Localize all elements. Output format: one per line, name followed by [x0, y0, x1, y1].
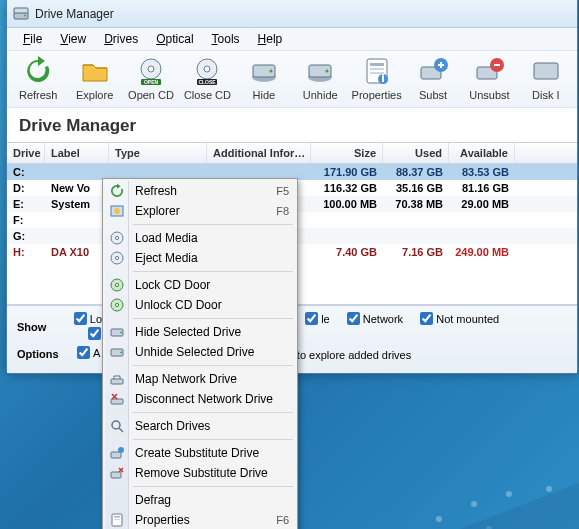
toolbar-label: Unsubst [469, 89, 509, 101]
checkbox-input[interactable] [88, 327, 101, 340]
toolbar-unhide-button[interactable]: Unhide [295, 55, 345, 101]
checkbox-label: Network [363, 313, 403, 325]
menu-view[interactable]: View [52, 30, 94, 48]
ctx-unhide-selected-drive[interactable]: Unhide Selected Drive [105, 342, 295, 362]
option-checkbox: Auto explore added drives [283, 349, 411, 361]
svg-rect-22 [382, 76, 384, 82]
option-checkbox[interactable]: A [77, 346, 100, 359]
checkbox-input[interactable] [77, 346, 90, 359]
titlebar: Drive Manager [7, 0, 577, 28]
cd-lock-icon [109, 277, 125, 293]
svg-point-40 [120, 332, 122, 334]
checkbox-label: Lo [90, 313, 102, 325]
ctx-remove-substitute-drive[interactable]: Remove Substitute Drive [105, 463, 295, 483]
toolbar-refresh-button[interactable]: Refresh [13, 55, 63, 101]
toolbar-explore-button[interactable]: Explore [69, 55, 119, 101]
props-icon [109, 512, 125, 528]
context-menu-separator [133, 439, 293, 440]
svg-point-4 [148, 66, 154, 72]
ctx-hide-selected-drive[interactable]: Hide Selected Drive [105, 322, 295, 342]
show-checkbox[interactable]: Lo [74, 312, 102, 325]
ctx-unlock-cd-door[interactable]: Unlock CD Door [105, 295, 295, 315]
cell-used [383, 228, 449, 244]
menu-file[interactable]: File [15, 30, 50, 48]
toolbar-label: Properties [352, 89, 402, 101]
cell-avail [449, 228, 515, 244]
ctx-properties[interactable]: PropertiesF6 [105, 510, 295, 529]
column-header[interactable]: Available [449, 143, 515, 163]
cell-avail [449, 212, 515, 228]
menu-tools[interactable]: Tools [204, 30, 248, 48]
cell-avail: 81.16 GB [449, 180, 515, 196]
toolbar-label: Explore [76, 89, 113, 101]
svg-point-53 [471, 501, 477, 507]
svg-text:OPEN: OPEN [144, 79, 159, 85]
closecd-icon: CLOSE [191, 55, 223, 87]
column-header[interactable]: Additional Infor… [207, 143, 311, 163]
refresh-icon [109, 183, 125, 199]
svg-rect-50 [114, 516, 120, 518]
cell-used [383, 212, 449, 228]
svg-rect-48 [111, 472, 121, 478]
ctx-map-network-drive[interactable]: Map Network Drive [105, 369, 295, 389]
drive-icon [109, 344, 125, 360]
checkbox-label: A [93, 347, 100, 359]
menu-help[interactable]: Help [250, 30, 291, 48]
ctx-explorer[interactable]: ExplorerF8 [105, 201, 295, 221]
ctx-defrag[interactable]: Defrag [105, 490, 295, 510]
ctx-eject-media[interactable]: Eject Media [105, 248, 295, 268]
show-checkbox[interactable]: le [305, 312, 330, 325]
toolbar-unsubst-button[interactable]: Unsubst [464, 55, 514, 101]
toolbar-properties-button[interactable]: Properties [351, 55, 401, 101]
ctx-load-media[interactable]: Load Media [105, 228, 295, 248]
subst-icon [417, 55, 449, 87]
column-header[interactable]: Used [383, 143, 449, 163]
checkbox-input[interactable] [420, 312, 433, 325]
toolbar-subst-button[interactable]: Subst [408, 55, 458, 101]
toolbar: RefreshExploreOPENOpen CDCLOSEClose CDHi… [7, 51, 577, 108]
column-header[interactable]: Drive [7, 143, 45, 163]
unhide-icon [304, 55, 336, 87]
ctx-refresh[interactable]: RefreshF5 [105, 181, 295, 201]
ctx-disconnect-network-drive[interactable]: Disconnect Network Drive [105, 389, 295, 409]
show-checkbox[interactable]: Network [347, 312, 403, 325]
toolbar-diski-button[interactable]: Disk I [521, 55, 571, 101]
toolbar-hide-button[interactable]: Hide [239, 55, 289, 101]
ctx-label: Properties [135, 513, 268, 527]
column-header[interactable]: Type [109, 143, 207, 163]
toolbar-label: Disk I [532, 89, 560, 101]
ctx-create-substitute-drive[interactable]: Create Substitute Drive [105, 443, 295, 463]
checkbox-input[interactable] [347, 312, 360, 325]
svg-rect-19 [370, 68, 384, 70]
ctx-lock-cd-door[interactable]: Lock CD Door [105, 275, 295, 295]
svg-rect-18 [370, 63, 384, 66]
window-title: Drive Manager [35, 7, 114, 21]
toolbar-closecd-button[interactable]: CLOSEClose CD [182, 55, 232, 101]
toolbar-opencd-button[interactable]: OPENOpen CD [126, 55, 176, 101]
cell-avail: 29.00 MB [449, 196, 515, 212]
checkbox-input[interactable] [305, 312, 318, 325]
show-checkbox[interactable]: Not mounted [420, 312, 499, 325]
app-icon [13, 6, 29, 22]
cell-size [311, 212, 383, 228]
ctx-label: Unhide Selected Drive [135, 345, 289, 359]
option-text: Auto explore added drives [283, 349, 411, 361]
checkbox-label: le [321, 313, 330, 325]
ctx-search-drives[interactable]: Search Drives [105, 416, 295, 436]
svg-point-47 [118, 447, 124, 453]
context-menu-separator [133, 486, 293, 487]
cd-icon [109, 250, 125, 266]
svg-text:CLOSE: CLOSE [199, 79, 217, 85]
cell-size: 100.00 MB [311, 196, 383, 212]
checkbox-input[interactable] [74, 312, 87, 325]
ctx-shortcut: F5 [268, 185, 289, 197]
svg-point-55 [546, 486, 552, 492]
ctx-label: Map Network Drive [135, 372, 289, 386]
column-header[interactable]: Label [45, 143, 109, 163]
column-header[interactable]: Size [311, 143, 383, 163]
search-icon [109, 418, 125, 434]
menu-drives[interactable]: Drives [96, 30, 146, 48]
menu-optical[interactable]: Optical [148, 30, 201, 48]
cell-size: 116.32 GB [311, 180, 383, 196]
net-x-icon [109, 391, 125, 407]
